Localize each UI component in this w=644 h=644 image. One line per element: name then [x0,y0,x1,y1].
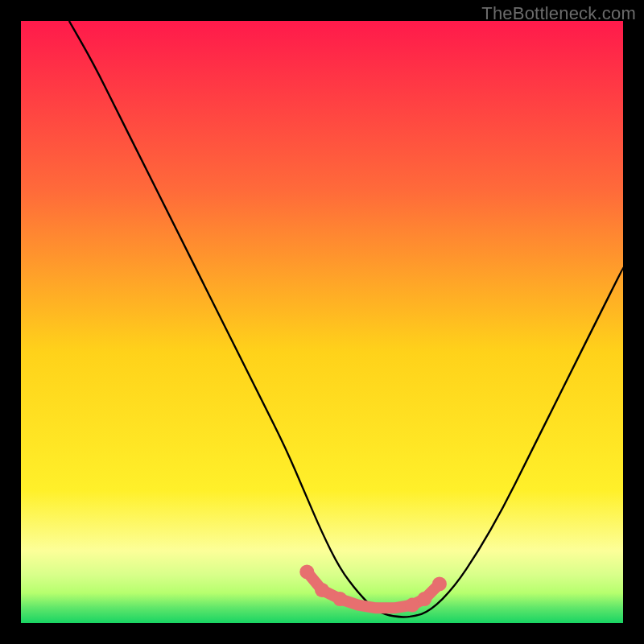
svg-point-5 [417,592,431,606]
svg-point-1 [299,564,314,579]
plot-area [21,21,623,623]
svg-point-3 [332,592,347,606]
svg-point-2 [315,583,329,597]
watermark-text: TheBottleneck.com [481,3,636,24]
highlight-band [299,564,447,612]
bottleneck-curve [21,21,623,623]
svg-point-6 [432,576,447,591]
chart-frame: TheBottleneck.com [0,0,644,644]
